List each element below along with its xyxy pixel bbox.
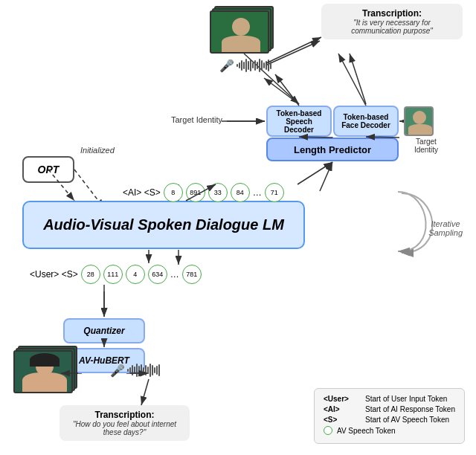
bottom-waveform [127,363,160,378]
ai-prefix: <AI> <S> [123,187,161,198]
face-decoder-label: Token-based Face Decoder [338,113,394,129]
legend-circle-icon [324,426,332,435]
initialized-label: Initialized [80,146,115,155]
speech-decoder-box: Token-based Speech Decoder [266,106,332,137]
legend-desc-circle: AV Speech Token [337,427,396,435]
transcription-bottom-quote: "How do you feel about internet these da… [67,420,182,436]
svg-line-4 [264,78,299,104]
lm-box: Audio-Visual Spoken Dialogue LM [22,201,305,249]
quantizer-box: Quantizer [63,318,145,343]
video-frame-front [210,10,269,54]
legend-tag-s: <S> [324,416,361,424]
face-decoder-box: Token-based Face Decoder [333,106,399,137]
legend-row-circle: AV Speech Token [324,426,455,435]
legend-desc-s: Start of AV Speech Token [365,416,449,424]
user-prefix: <User> <S> [30,269,78,280]
ai-tokens-row: <AI> <S> 8 891 33 84 … 71 [123,183,284,202]
top-mic-icon: 🎤 [219,59,234,73]
top-waveform [237,58,271,73]
ai-token-1: 8 [164,183,183,202]
ai-token-last: 71 [265,183,284,202]
legend-desc-user: Start of User Input Token [365,395,447,403]
user-token-1: 28 [81,265,100,284]
legend-desc-ai: Start of AI Response Token [365,405,455,413]
ai-token-4: 84 [231,183,250,202]
legend-row-ai: <AI> Start of AI Response Token [324,405,455,413]
svg-line-23 [320,162,332,191]
diagram-container: Transcription: "It is very necessary for… [0,0,476,455]
opt-label: OPT [38,164,60,175]
top-mic-wave: 🎤 [219,58,271,73]
svg-line-29 [338,54,366,106]
transcription-bottom: Transcription: "How do you feel about in… [60,405,190,441]
user-token-ellipsis: … [170,269,179,280]
svg-line-7 [298,162,332,184]
ai-token-3: 33 [208,183,228,202]
transcription-top: Transcription: "It is very necessary for… [321,4,463,39]
opt-box: OPT [22,156,74,183]
bottom-video-stack [13,346,80,396]
bottom-video-front [13,350,73,393]
transcription-top-label: Transcription: [329,8,455,19]
bottom-mic-wave: 🎤 [110,363,160,378]
iterative-sampling-label: IterativeSampling [428,219,463,237]
user-token-last: 781 [182,265,202,284]
top-video-stack [210,6,277,57]
quantizer-label: Quantizer [83,326,124,336]
length-predictor-label: Length Predictor [294,144,371,155]
transcription-top-quote: "It is very necessary for communication … [329,19,455,35]
target-identity-right-thumb [404,106,434,136]
svg-line-28 [275,74,299,106]
legend-tag-ai: <AI> [324,405,361,413]
legend-box: <User> Start of User Input Token <AI> St… [314,388,465,444]
ai-token-2: 891 [186,183,205,202]
speech-decoder-label: Token-based Speech Decoder [271,109,327,134]
ai-token-ellipsis: … [253,187,262,198]
target-identity-right-label: Target Identity [404,138,448,154]
svg-line-19 [350,54,366,104]
legend-row-s: <S> Start of AV Speech Token [324,416,455,424]
legend-tag-user: <User> [324,395,361,403]
user-token-2: 111 [103,265,123,284]
user-token-3: 4 [126,265,145,284]
bottom-mic-icon: 🎤 [110,364,125,378]
user-token-4: 634 [148,265,167,284]
transcription-bottom-label: Transcription: [67,410,182,420]
target-identity-left-label: Target Identity [171,115,222,124]
legend-row-user: <User> Start of User Input Token [324,395,455,403]
lm-label: Audio-Visual Spoken Dialogue LM [43,216,284,233]
user-tokens-row: <User> <S> 28 111 4 634 … 781 [30,265,202,284]
length-predictor-box: Length Predictor [266,138,399,161]
svg-line-36 [141,379,149,405]
